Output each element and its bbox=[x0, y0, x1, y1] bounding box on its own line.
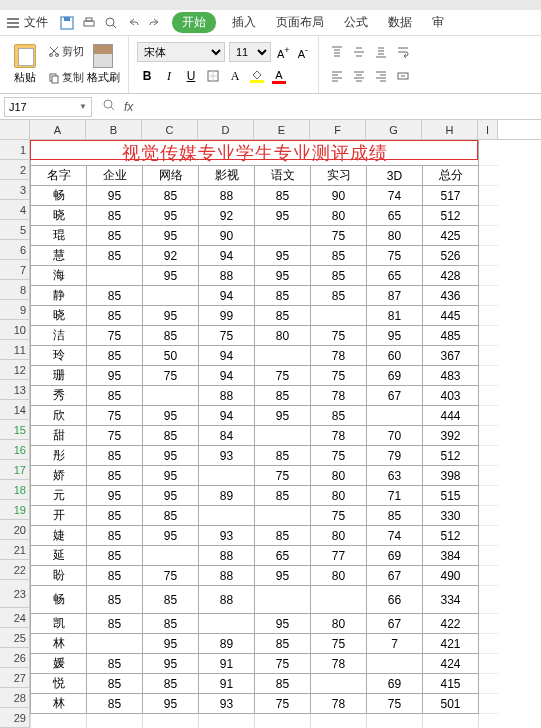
cell[interactable]: 78 bbox=[311, 346, 367, 366]
cell[interactable] bbox=[87, 634, 143, 654]
cell[interactable]: 85 bbox=[255, 286, 311, 306]
column-label[interactable]: 影视 bbox=[199, 166, 255, 186]
underline-button[interactable]: U bbox=[181, 66, 201, 86]
cell[interactable]: 85 bbox=[255, 446, 311, 466]
cell[interactable]: 88 bbox=[199, 266, 255, 286]
paste-button[interactable]: 粘贴 bbox=[6, 38, 44, 91]
cell[interactable]: 75 bbox=[311, 634, 367, 654]
cell[interactable]: 75 bbox=[199, 326, 255, 346]
column-header[interactable]: D bbox=[198, 120, 254, 139]
cell[interactable] bbox=[367, 654, 423, 674]
cell[interactable]: 95 bbox=[255, 266, 311, 286]
cell[interactable]: 512 bbox=[423, 526, 479, 546]
bold-button[interactable]: B bbox=[137, 66, 157, 86]
cell[interactable]: 78 bbox=[311, 426, 367, 446]
cell[interactable]: 盼 bbox=[31, 566, 87, 586]
cell[interactable]: 85 bbox=[87, 466, 143, 486]
cell[interactable]: 75 bbox=[87, 326, 143, 346]
cell[interactable]: 85 bbox=[87, 346, 143, 366]
cell[interactable]: 凯 bbox=[31, 614, 87, 634]
cell[interactable]: 95 bbox=[143, 406, 199, 426]
cell[interactable]: 91 bbox=[199, 654, 255, 674]
wrap-text-icon[interactable] bbox=[393, 42, 413, 62]
cell[interactable]: 秀 bbox=[31, 386, 87, 406]
cell[interactable] bbox=[31, 714, 87, 729]
cell[interactable]: 66 bbox=[367, 586, 423, 614]
cell[interactable]: 94 bbox=[199, 286, 255, 306]
cell[interactable]: 392 bbox=[423, 426, 479, 446]
cell[interactable]: 91 bbox=[199, 674, 255, 694]
cell[interactable]: 398 bbox=[423, 466, 479, 486]
row-header[interactable]: 3 bbox=[0, 180, 30, 200]
cell[interactable] bbox=[479, 466, 499, 486]
cell[interactable] bbox=[479, 714, 499, 729]
cell[interactable]: 69 bbox=[367, 546, 423, 566]
cell[interactable] bbox=[479, 694, 499, 714]
tab-review[interactable]: 审 bbox=[424, 14, 452, 31]
cell[interactable]: 445 bbox=[423, 306, 479, 326]
cell[interactable]: 85 bbox=[87, 674, 143, 694]
cell[interactable]: 89 bbox=[199, 486, 255, 506]
cell[interactable]: 95 bbox=[87, 186, 143, 206]
cell[interactable] bbox=[423, 714, 479, 729]
cell[interactable] bbox=[143, 714, 199, 729]
chevron-down-icon[interactable]: ▼ bbox=[79, 102, 87, 111]
cell[interactable]: 92 bbox=[199, 206, 255, 226]
cell[interactable]: 珊 bbox=[31, 366, 87, 386]
column-header[interactable]: B bbox=[86, 120, 142, 139]
select-all-corner[interactable] bbox=[0, 120, 30, 139]
cell[interactable]: 485 bbox=[423, 326, 479, 346]
row-header[interactable]: 4 bbox=[0, 200, 30, 220]
cell[interactable]: 95 bbox=[255, 566, 311, 586]
cell[interactable]: 85 bbox=[143, 326, 199, 346]
column-header[interactable]: E bbox=[254, 120, 310, 139]
cell[interactable] bbox=[255, 426, 311, 446]
cell[interactable]: 87 bbox=[367, 286, 423, 306]
cell[interactable]: 85 bbox=[87, 206, 143, 226]
cell[interactable]: 85 bbox=[87, 306, 143, 326]
cell[interactable]: 367 bbox=[423, 346, 479, 366]
save-icon[interactable] bbox=[58, 14, 76, 32]
cell[interactable]: 甜 bbox=[31, 426, 87, 446]
cell[interactable] bbox=[479, 346, 499, 366]
tab-page-layout[interactable]: 页面布局 bbox=[268, 14, 332, 31]
cell[interactable]: 99 bbox=[199, 306, 255, 326]
cell[interactable]: 384 bbox=[423, 546, 479, 566]
cell[interactable]: 畅 bbox=[31, 586, 87, 614]
cell[interactable]: 95 bbox=[143, 654, 199, 674]
italic-button[interactable]: I bbox=[159, 66, 179, 86]
row-header[interactable]: 9 bbox=[0, 300, 30, 320]
cell[interactable]: 95 bbox=[143, 466, 199, 486]
cell[interactable]: 94 bbox=[199, 366, 255, 386]
cell[interactable]: 78 bbox=[311, 654, 367, 674]
column-header[interactable]: C bbox=[142, 120, 198, 139]
cell[interactable]: 79 bbox=[367, 446, 423, 466]
cell[interactable]: 85 bbox=[87, 694, 143, 714]
cell[interactable]: 85 bbox=[87, 546, 143, 566]
cell[interactable]: 80 bbox=[311, 526, 367, 546]
cell[interactable]: 501 bbox=[423, 694, 479, 714]
cell[interactable]: 娇 bbox=[31, 466, 87, 486]
fx-label[interactable]: fx bbox=[124, 100, 133, 114]
column-label[interactable]: 实习 bbox=[311, 166, 367, 186]
cell[interactable]: 75 bbox=[311, 446, 367, 466]
cell[interactable]: 85 bbox=[87, 246, 143, 266]
column-label[interactable]: 语文 bbox=[255, 166, 311, 186]
cell[interactable]: 元 bbox=[31, 486, 87, 506]
cell[interactable]: 422 bbox=[423, 614, 479, 634]
cell[interactable]: 95 bbox=[143, 634, 199, 654]
cell[interactable] bbox=[199, 614, 255, 634]
row-header[interactable]: 5 bbox=[0, 220, 30, 240]
cell[interactable]: 60 bbox=[367, 346, 423, 366]
undo-icon[interactable] bbox=[124, 14, 142, 32]
cell[interactable]: 75 bbox=[311, 226, 367, 246]
cell[interactable]: 95 bbox=[367, 326, 423, 346]
cell[interactable] bbox=[479, 386, 499, 406]
cell[interactable] bbox=[143, 546, 199, 566]
cell[interactable]: 425 bbox=[423, 226, 479, 246]
cell[interactable]: 74 bbox=[367, 186, 423, 206]
cell[interactable] bbox=[479, 186, 499, 206]
cell[interactable]: 80 bbox=[311, 206, 367, 226]
cell[interactable]: 95 bbox=[143, 486, 199, 506]
cell[interactable]: 88 bbox=[199, 186, 255, 206]
